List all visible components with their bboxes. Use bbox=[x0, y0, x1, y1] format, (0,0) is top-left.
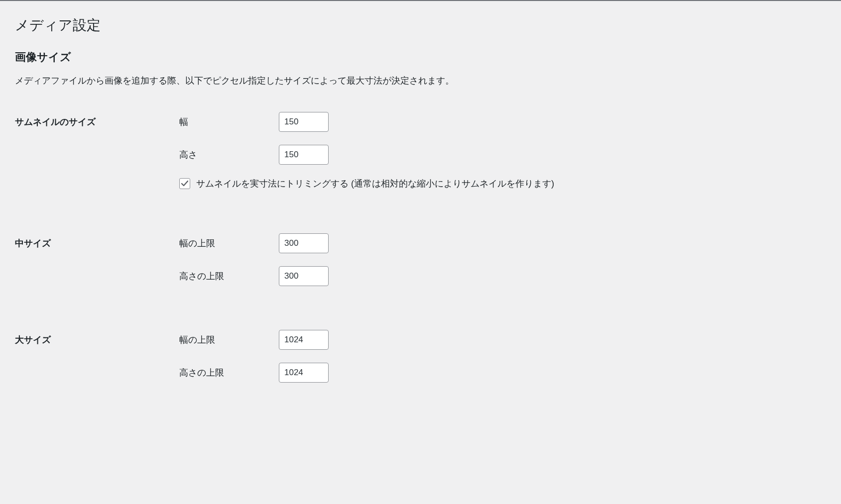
thumbnail-crop-checkbox[interactable] bbox=[179, 178, 190, 189]
medium-width-input[interactable] bbox=[279, 233, 329, 253]
large-width-input[interactable] bbox=[279, 330, 329, 350]
thumbnail-width-label: 幅 bbox=[179, 116, 279, 128]
large-height-input[interactable] bbox=[279, 363, 329, 383]
thumbnail-row-label: サムネイルのサイズ bbox=[15, 106, 174, 196]
thumbnail-width-input[interactable] bbox=[279, 112, 329, 132]
thumbnail-crop-label[interactable]: サムネイルを実寸法にトリミングする (通常は相対的な縮小によりサムネイルを作りま… bbox=[196, 178, 554, 190]
large-height-label: 高さの上限 bbox=[179, 367, 279, 379]
medium-height-label: 高さの上限 bbox=[179, 270, 279, 282]
medium-height-input[interactable] bbox=[279, 266, 329, 286]
section-description: メディアファイルから画像を追加する際、以下でピクセル指定したサイズによって最大寸… bbox=[15, 74, 826, 88]
large-width-label: 幅の上限 bbox=[179, 334, 279, 346]
medium-width-label: 幅の上限 bbox=[179, 237, 279, 249]
check-icon bbox=[181, 180, 189, 188]
section-heading-image-sizes: 画像サイズ bbox=[15, 50, 826, 65]
medium-row-label: 中サイズ bbox=[15, 227, 174, 292]
settings-wrap: メディア設定 画像サイズ メディアファイルから画像を追加する際、以下でピクセル指… bbox=[0, 0, 841, 403]
large-row-label: 大サイズ bbox=[15, 324, 174, 389]
page-title: メディア設定 bbox=[15, 16, 826, 35]
thumbnail-height-label: 高さ bbox=[179, 149, 279, 161]
thumbnail-height-input[interactable] bbox=[279, 145, 329, 165]
form-table: サムネイルのサイズ 幅 高さ bbox=[15, 106, 826, 389]
